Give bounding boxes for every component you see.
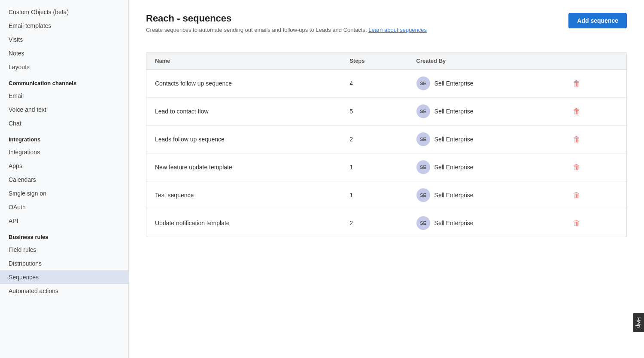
main-content: Reach - sequences Create sequences to au… — [129, 0, 644, 358]
sidebar-section-communication-channels: Communication channels — [0, 74, 128, 89]
created-by-name: Sell Enterprise — [434, 164, 474, 171]
add-sequence-button[interactable]: Add sequence — [568, 13, 627, 28]
created-by-name: Sell Enterprise — [434, 80, 474, 87]
row-steps: 1 — [341, 153, 407, 181]
row-created-by: SESell Enterprise — [408, 209, 561, 237]
row-actions: 🗑 — [561, 98, 626, 125]
sidebar-item-api[interactable]: API — [0, 214, 128, 228]
row-steps: 5 — [341, 98, 407, 125]
sidebar-item-oauth[interactable]: OAuth — [0, 200, 128, 214]
table-row: New feature update template1SESell Enter… — [146, 153, 626, 181]
sidebar-item-email[interactable]: Email — [0, 89, 128, 103]
row-steps: 2 — [341, 125, 407, 153]
sidebar-item-voice-and-text[interactable]: Voice and text — [0, 103, 128, 116]
row-actions: 🗑 — [561, 209, 626, 237]
col-created-by: Created By — [408, 52, 561, 70]
sidebar-item-chat[interactable]: Chat — [0, 116, 128, 130]
sequences-table-container: Name Steps Created By Contacts follow up… — [146, 52, 627, 237]
table-row: Test sequence1SESell Enterprise🗑 — [146, 181, 626, 209]
sidebar-item-custom-objects[interactable]: Custom Objects (beta) — [0, 5, 128, 19]
delete-button[interactable]: 🗑 — [569, 105, 584, 118]
learn-link[interactable]: Learn about sequences — [368, 27, 427, 33]
help-button[interactable]: Help — [633, 313, 644, 332]
avatar: SE — [416, 104, 430, 118]
row-name[interactable]: Leads follow up sequence — [146, 125, 341, 153]
row-name[interactable]: Update notification template — [146, 209, 341, 237]
sidebar-item-sequences[interactable]: Sequences — [0, 270, 128, 284]
row-actions: 🗑 — [561, 181, 626, 209]
sidebar-item-apps[interactable]: Apps — [0, 159, 128, 173]
sidebar-item-single-sign-on[interactable]: Single sign on — [0, 187, 128, 200]
delete-button[interactable]: 🗑 — [569, 161, 584, 174]
sidebar-item-visits[interactable]: Visits — [0, 33, 128, 46]
sidebar-item-field-rules[interactable]: Field rules — [0, 243, 128, 257]
delete-button[interactable]: 🗑 — [569, 77, 584, 90]
sidebar-section-integrations: Integrations — [0, 130, 128, 145]
title-desc-block: Reach - sequences Create sequences to au… — [146, 13, 427, 43]
row-created-by: SESell Enterprise — [408, 153, 561, 181]
sequences-table: Name Steps Created By Contacts follow up… — [146, 52, 626, 237]
row-name[interactable]: Contacts follow up sequence — [146, 70, 341, 98]
col-actions — [561, 52, 626, 70]
row-created-by: SESell Enterprise — [408, 98, 561, 125]
row-actions: 🗑 — [561, 70, 626, 98]
sidebar: Custom Objects (beta)Email templatesVisi… — [0, 0, 129, 358]
row-created-by: SESell Enterprise — [408, 181, 561, 209]
row-created-by: SESell Enterprise — [408, 125, 561, 153]
created-by-name: Sell Enterprise — [434, 220, 474, 226]
table-header: Name Steps Created By — [146, 52, 626, 70]
created-by-name: Sell Enterprise — [434, 192, 474, 199]
row-name[interactable]: New feature update template — [146, 153, 341, 181]
row-actions: 🗑 — [561, 125, 626, 153]
sidebar-item-distributions[interactable]: Distributions — [0, 257, 128, 270]
table-row: Leads follow up sequence2SESell Enterpri… — [146, 125, 626, 153]
row-steps: 2 — [341, 209, 407, 237]
delete-button[interactable]: 🗑 — [569, 189, 584, 202]
table-body: Contacts follow up sequence4SESell Enter… — [146, 70, 626, 237]
main-header: Reach - sequences Create sequences to au… — [146, 13, 627, 43]
row-steps: 1 — [341, 181, 407, 209]
table-row: Lead to contact flow5SESell Enterprise🗑 — [146, 98, 626, 125]
page-description: Create sequences to automate sending out… — [146, 27, 427, 33]
avatar: SE — [416, 76, 430, 90]
sidebar-item-notes[interactable]: Notes — [0, 46, 128, 60]
avatar: SE — [416, 132, 430, 146]
page-title: Reach - sequences — [146, 13, 427, 24]
sidebar-item-calendars[interactable]: Calendars — [0, 173, 128, 187]
avatar: SE — [416, 216, 430, 230]
sidebar-item-email-templates[interactable]: Email templates — [0, 19, 128, 33]
row-actions: 🗑 — [561, 153, 626, 181]
avatar: SE — [416, 188, 430, 202]
row-created-by: SESell Enterprise — [408, 70, 561, 98]
sidebar-item-automated-actions[interactable]: Automated actions — [0, 284, 128, 298]
col-steps: Steps — [341, 52, 407, 70]
row-name[interactable]: Test sequence — [146, 181, 341, 209]
sidebar-section-business-rules: Business rules — [0, 228, 128, 243]
created-by-name: Sell Enterprise — [434, 136, 474, 143]
sidebar-item-layouts[interactable]: Layouts — [0, 60, 128, 74]
table-row: Update notification template2SESell Ente… — [146, 209, 626, 237]
created-by-name: Sell Enterprise — [434, 108, 474, 115]
delete-button[interactable]: 🗑 — [569, 133, 584, 146]
col-name: Name — [146, 52, 341, 70]
sidebar-item-integrations[interactable]: Integrations — [0, 145, 128, 159]
row-name[interactable]: Lead to contact flow — [146, 98, 341, 125]
avatar: SE — [416, 160, 430, 174]
delete-button[interactable]: 🗑 — [569, 217, 584, 229]
table-row: Contacts follow up sequence4SESell Enter… — [146, 70, 626, 98]
row-steps: 4 — [341, 70, 407, 98]
